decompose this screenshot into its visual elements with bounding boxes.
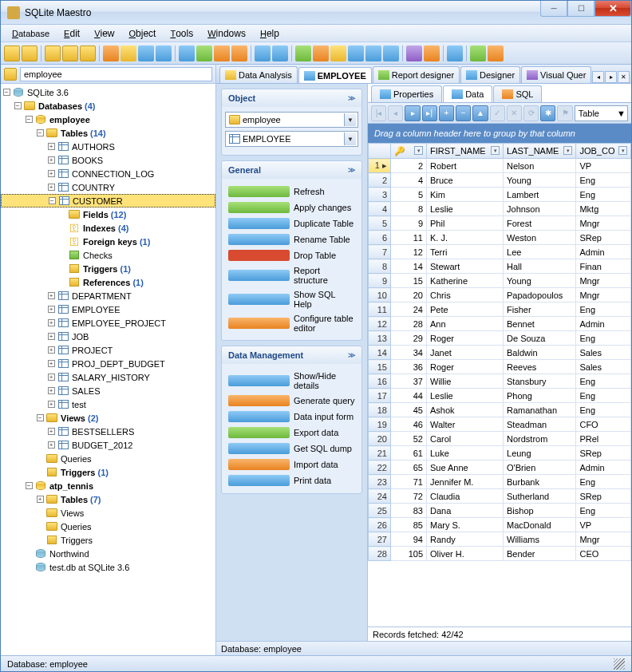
nav-bookmark[interactable]: ✱ — [540, 105, 555, 121]
menu-object[interactable]: Object — [123, 26, 163, 41]
table-row[interactable]: 1845AshokRamanathanEng — [369, 403, 631, 417]
task-link[interactable]: Generate query — [225, 393, 358, 409]
task-link[interactable]: Drop Table — [225, 247, 358, 263]
nav-next[interactable]: ▸ — [405, 105, 420, 121]
tree-node[interactable]: −Views (2) — [1, 411, 215, 425]
table-row[interactable]: 712TerriLeeAdmin — [369, 245, 631, 259]
tab-data-analysis[interactable]: Data Analysis — [219, 66, 298, 83]
table-row[interactable]: 2161LukeLeungSRep — [369, 446, 631, 461]
tree-node[interactable]: +SALES — [1, 384, 215, 397]
tree-node[interactable]: −atp_tennis — [1, 479, 215, 492]
tree-node[interactable]: +EMPLOYEE — [1, 302, 215, 316]
column-header[interactable]: JOB_CO▾ — [576, 144, 631, 159]
menu-view[interactable]: View — [88, 26, 120, 41]
tab-close[interactable]: ✕ — [618, 71, 630, 83]
tree-node[interactable]: −Tables (14) — [1, 126, 215, 140]
toolbar-btn-1[interactable] — [4, 45, 20, 61]
toolbar-btn-14[interactable] — [255, 45, 271, 61]
tree-node[interactable]: ⚿Foreign keys (1) — [1, 235, 215, 248]
toolbar-btn-24[interactable] — [447, 45, 463, 61]
toolbar-btn-2[interactable] — [22, 45, 38, 61]
tree-node[interactable]: −Databases (4) — [1, 99, 215, 113]
tree-node[interactable]: +BOOKS — [1, 153, 215, 167]
toolbar-btn-8[interactable] — [138, 45, 154, 61]
address-input[interactable]: employee — [20, 67, 212, 81]
toolbar-btn-3[interactable] — [45, 45, 61, 61]
tree-node[interactable]: +Tables (7) — [1, 492, 215, 506]
tree-node[interactable]: +BUDGET_2012 — [1, 438, 215, 452]
toolbar-btn-16[interactable] — [295, 45, 311, 61]
tree-node[interactable]: Fields (12) — [1, 208, 215, 221]
task-link[interactable]: Configure table editor — [225, 311, 358, 335]
table-row[interactable]: 814StewartHallFinan — [369, 259, 631, 274]
tree-node[interactable]: ⚿Indexes (4) — [1, 221, 215, 235]
nav-add[interactable]: + — [439, 105, 454, 121]
nav-remove[interactable]: − — [456, 105, 471, 121]
object-tree[interactable]: −SQLite 3.6−Databases (4)−employee−Table… — [1, 84, 215, 655]
task-link[interactable]: Duplicate Table — [225, 215, 358, 231]
toolbar-btn-10[interactable] — [179, 45, 195, 61]
table-row[interactable]: 1124PeteFisherEng — [369, 302, 631, 317]
table-row[interactable]: 2583DanaBishopEng — [369, 504, 631, 518]
table-row[interactable]: 1434JanetBaldwinSales — [369, 346, 631, 360]
tree-node[interactable]: +BESTSELLERS — [1, 425, 215, 438]
tree-node[interactable]: +SALARY_HISTORY — [1, 370, 215, 384]
toolbar-btn-19[interactable] — [348, 45, 364, 61]
task-group-header[interactable]: Object≫ — [222, 89, 361, 107]
task-link[interactable]: Report structure — [225, 263, 358, 287]
nav-filter[interactable]: ⚑ — [557, 105, 572, 121]
table-row[interactable]: 2685Mary S.MacDonaldVP — [369, 518, 631, 532]
menu-edit[interactable]: Edit — [57, 26, 86, 41]
task-link[interactable]: Data input form — [225, 409, 358, 425]
toolbar-btn-15[interactable] — [272, 45, 288, 61]
toolbar-btn-23[interactable] — [424, 45, 440, 61]
tab-employee[interactable]: EMPLOYEE — [298, 67, 372, 84]
table-row[interactable]: 1946WalterSteadmanCFO — [369, 417, 631, 432]
nav-first[interactable]: |◂ — [371, 105, 386, 121]
toolbar-btn-9[interactable] — [156, 45, 172, 61]
tree-node[interactable]: +PROJ_DEPT_BUDGET — [1, 357, 215, 370]
close-button[interactable]: ✕ — [594, 1, 631, 17]
object-db-combo[interactable]: employee▼ — [225, 112, 358, 128]
toolbar-btn-4[interactable] — [62, 45, 78, 61]
tree-node[interactable]: +EMPLOYEE_PROJECT — [1, 316, 215, 330]
table-row[interactable]: 24BruceYoungEng — [369, 173, 631, 188]
table-row[interactable]: 1228AnnBennetAdmin — [369, 317, 631, 331]
table-row[interactable]: 1 ▸2RobertNelsonVP — [369, 159, 631, 173]
toolbar-btn-11[interactable] — [196, 45, 212, 61]
nav-cancel[interactable]: ✕ — [507, 105, 522, 121]
tab-nav-prev[interactable]: ◂ — [592, 71, 604, 83]
toolbar-btn-7[interactable] — [120, 45, 136, 61]
table-row[interactable]: 48LeslieJohnsonMktg — [369, 202, 631, 216]
tree-node[interactable]: References (1) — [1, 275, 215, 289]
tree-node[interactable]: Queries — [1, 520, 215, 533]
toolbar-btn-20[interactable] — [365, 45, 381, 61]
data-grid[interactable]: 🔑▾FIRST_NAME▾LAST_NAME▾JOB_CO▾ 1 ▸2Rober… — [368, 143, 631, 561]
toolbar-btn-5[interactable] — [80, 45, 96, 61]
tab-designer[interactable]: Designer — [460, 66, 520, 83]
task-link[interactable]: Show/Hide details — [225, 369, 358, 393]
tree-node[interactable]: +test — [1, 397, 215, 411]
nav-commit[interactable]: ✓ — [490, 105, 505, 121]
tab-nav-next[interactable]: ▸ — [605, 71, 617, 83]
table-row[interactable]: 1744LesliePhongEng — [369, 389, 631, 403]
menu-tools[interactable]: Tools — [164, 26, 199, 41]
tree-node[interactable]: +CONNECTION_LOG — [1, 167, 215, 180]
table-row[interactable]: 28105Oliver H.BenderCEO — [369, 547, 631, 561]
subtab-sql[interactable]: SQL — [493, 85, 542, 102]
tree-node[interactable]: −SQLite 3.6 — [1, 85, 215, 99]
menu-help[interactable]: Help — [254, 26, 286, 41]
task-link[interactable]: Refresh — [225, 184, 358, 200]
toolbar-btn-22[interactable] — [406, 45, 422, 61]
view-mode-combo[interactable]: Table▼ — [575, 105, 628, 121]
object-table-combo[interactable]: EMPLOYEE▼ — [225, 131, 358, 147]
subtab-data[interactable]: Data — [443, 85, 492, 102]
menu-database[interactable]: Database — [6, 26, 56, 41]
subtab-properties[interactable]: Properties — [371, 85, 442, 102]
maximize-button[interactable]: ☐ — [567, 1, 594, 17]
table-row[interactable]: 2265Sue AnneO'BrienAdmin — [369, 461, 631, 475]
task-link[interactable]: Show SQL Help — [225, 287, 358, 311]
table-row[interactable]: 1536RogerReevesSales — [369, 360, 631, 374]
table-row[interactable]: 59PhilForestMngr — [369, 216, 631, 231]
toolbar-btn-25[interactable] — [470, 45, 486, 61]
